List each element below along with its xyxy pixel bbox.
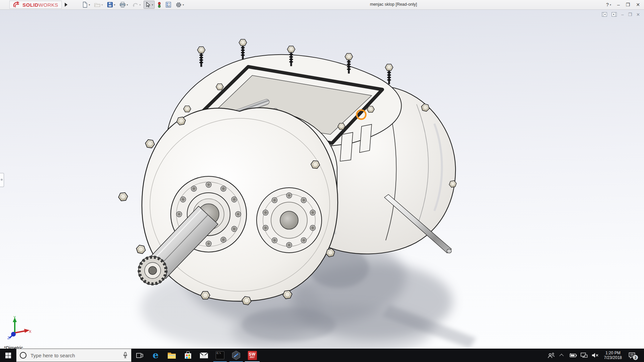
solidworks-logo-icon: [13, 1, 21, 8]
people-icon: [548, 353, 554, 358]
graphics-viewport[interactable]: – ❐ ✕: [0, 9, 644, 349]
file-properties-button[interactable]: [164, 1, 173, 9]
file-properties-icon: [165, 2, 171, 8]
tab-dot: [1, 179, 3, 181]
taskbar-app-file-explorer[interactable]: [164, 349, 180, 362]
save-button[interactable]: ▾: [106, 1, 117, 9]
minimize-button[interactable]: –: [617, 2, 620, 7]
edge-icon: e: [153, 351, 159, 360]
window-title: menjac sklop [Read-only]: [370, 2, 417, 7]
dropdown-arrow-icon[interactable]: ▾: [127, 3, 128, 6]
open-button[interactable]: ▾: [93, 1, 104, 9]
store-icon: [184, 351, 192, 359]
print-button[interactable]: ▾: [118, 1, 129, 9]
network-icon: [581, 353, 588, 358]
file-explorer-icon: [167, 352, 176, 359]
solidworks-app-icon: SW2017: [248, 351, 257, 360]
window-controls: ?▾ – ❐ ✕: [606, 0, 640, 9]
volume-button[interactable]: [591, 349, 600, 362]
battery-icon: [570, 353, 577, 358]
orientation-triad: Y X Z: [5, 315, 32, 340]
spline-end: [139, 256, 167, 285]
dropdown-arrow-icon[interactable]: ▾: [610, 3, 611, 6]
brand-text: SOLIDWORKS: [22, 2, 58, 8]
clock-time: 1:20 PM: [604, 351, 622, 355]
taskbar-search[interactable]: [16, 349, 131, 362]
mail-icon: [200, 352, 208, 359]
gearbox-model[interactable]: [0, 10, 644, 349]
triad-z-label: Z: [7, 336, 10, 340]
notification-badge: 3: [633, 355, 638, 360]
dropdown-arrow-icon[interactable]: ▾: [89, 3, 90, 6]
dropdown-arrow-icon: ▾: [102, 3, 103, 6]
hexagon-app-icon: [232, 351, 240, 360]
help-button[interactable]: ?▾: [606, 2, 611, 7]
rebuild-traffic-light-icon: [157, 2, 161, 8]
taskbar-app-command-prompt[interactable]: C:\: [212, 349, 228, 362]
triad-y-label: Y: [13, 315, 16, 319]
main-toolbar: ▾ ▾ ▾ ▾ ▾ ▾ ▾: [80, 1, 185, 9]
volume-muted-icon: [592, 353, 599, 358]
network-button[interactable]: [580, 349, 589, 362]
start-button[interactable]: [0, 349, 16, 362]
new-document-button[interactable]: ▾: [80, 1, 92, 9]
close-button[interactable]: ✕: [636, 2, 640, 7]
dropdown-arrow-icon: ▾: [140, 3, 141, 6]
tray-expand-button[interactable]: [558, 349, 567, 362]
people-button[interactable]: [547, 349, 555, 362]
undo-button[interactable]: ▾: [131, 1, 142, 9]
taskbar-app-store[interactable]: [180, 349, 196, 362]
printer-icon: [119, 2, 126, 8]
select-tool-button[interactable]: ▾: [144, 1, 155, 9]
action-center-button[interactable]: 3: [626, 349, 638, 362]
gear-icon: [175, 2, 182, 8]
task-view-icon: [136, 352, 143, 359]
windows-taskbar: e C:\ SW2017 1:20 PM: [0, 349, 644, 362]
restore-button[interactable]: ❐: [626, 2, 630, 7]
dropdown-arrow-icon[interactable]: ▾: [183, 3, 184, 6]
taskbar-app-edge[interactable]: e: [148, 349, 164, 362]
doc-restore-button[interactable]: ❐: [628, 12, 632, 17]
clock-date: 7/23/2018: [604, 355, 622, 360]
options-button[interactable]: ▾: [174, 1, 185, 9]
triad-x-label: X: [29, 329, 32, 334]
battery-button[interactable]: [569, 349, 578, 362]
rebuild-button[interactable]: [156, 1, 163, 9]
document-window-controls: – ❐ ✕: [602, 12, 640, 17]
taskbar-app-mail[interactable]: [196, 349, 212, 362]
undo-icon: [132, 2, 139, 8]
windows-logo-icon: [5, 353, 11, 358]
task-view-button[interactable]: [131, 349, 148, 362]
dropdown-arrow-icon[interactable]: ▾: [114, 3, 115, 6]
doc-minimize-button[interactable]: –: [621, 12, 624, 17]
previous-pane-icon[interactable]: [602, 12, 607, 17]
dropdown-arrow-icon[interactable]: ▾: [152, 3, 153, 6]
taskbar-app-solidworks[interactable]: SW2017: [244, 349, 260, 362]
save-floppy-icon: [107, 2, 113, 8]
menu-expand-arrow[interactable]: [63, 1, 69, 9]
microphone-icon[interactable]: [123, 352, 128, 359]
feature-tree-collapse-tab[interactable]: [0, 173, 4, 187]
right-flange: [257, 188, 322, 253]
open-folder-icon: [94, 2, 101, 8]
title-bar: SOLIDWORKS ▾ ▾ ▾ ▾ ▾ ▾: [0, 0, 644, 10]
search-input[interactable]: [30, 352, 119, 359]
taskbar-app-hexagon[interactable]: [228, 349, 244, 362]
select-cursor-icon: [145, 2, 151, 8]
system-tray: 1:20 PM 7/23/2018 3: [547, 349, 644, 362]
clock[interactable]: 1:20 PM 7/23/2018: [602, 351, 624, 360]
next-pane-icon[interactable]: [611, 12, 617, 17]
chevron-up-icon: [559, 354, 564, 358]
command-prompt-icon: C:\: [216, 351, 224, 359]
doc-close-button[interactable]: ✕: [636, 12, 640, 17]
new-document-icon: [82, 2, 88, 8]
cortana-icon: [20, 352, 26, 359]
solidworks-logo[interactable]: SOLIDWORKS: [9, 1, 62, 9]
